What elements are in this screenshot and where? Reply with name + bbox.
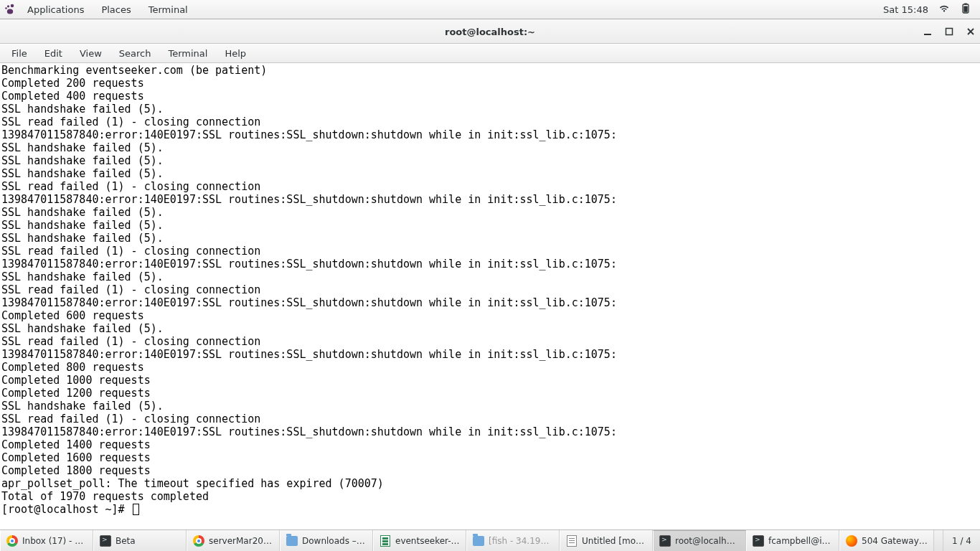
terminal-line: SSL read failed (1) - closing connection: [1, 180, 979, 193]
taskbar-item[interactable]: [fish - 34.19…: [466, 530, 560, 551]
terminal-line: SSL handshake failed (5).: [1, 219, 979, 232]
terminal-line: SSL handshake failed (5).: [1, 322, 979, 335]
svg-point-0: [11, 4, 14, 8]
svg-rect-6: [963, 6, 967, 11]
battery-icon[interactable]: [960, 3, 971, 17]
terminal-output[interactable]: Benchmarking eventseeker.com (be patient…: [0, 63, 980, 529]
taskbar-item-label: serverMar20…: [209, 536, 272, 546]
terminal-line: Total of 1970 requests completed: [1, 490, 979, 503]
terminal-menubar: File Edit View Search Terminal Help: [0, 44, 980, 63]
terminal-line: Completed 400 requests: [1, 90, 979, 103]
chrome-icon: [193, 535, 204, 547]
terminal-line: 139847011587840:error:140E0197:SSL routi…: [1, 193, 979, 206]
gnome-foot-icon: [4, 4, 16, 15]
terminal-icon: [753, 535, 764, 547]
menu-search[interactable]: Search: [110, 46, 160, 61]
folder-icon: [473, 535, 484, 547]
taskbar-item[interactable]: 504 Gateway…: [839, 530, 934, 551]
terminal-line: SSL handshake failed (5).: [1, 103, 979, 116]
firefox-icon: [846, 535, 857, 547]
text-editor-icon: [566, 535, 578, 547]
terminal-line: Completed 1600 requests: [1, 451, 979, 464]
wifi-icon[interactable]: [938, 3, 950, 17]
menu-edit[interactable]: Edit: [36, 46, 71, 61]
taskbar-item[interactable]: Inbox (17) - …: [0, 530, 93, 551]
taskbar-item[interactable]: Untitled [mo…: [560, 530, 653, 551]
panel-clock[interactable]: Sat 15:48: [883, 4, 928, 15]
folder-icon: [286, 535, 298, 547]
terminal-line: 139847011587840:error:140E0197:SSL routi…: [1, 425, 979, 438]
terminal-icon: [100, 535, 111, 547]
panel-places[interactable]: Places: [93, 2, 139, 17]
bottom-taskbar: Inbox (17) - …BetaserverMar20…Downloads …: [0, 529, 980, 551]
svg-point-1: [7, 5, 9, 7]
terminal-line: Completed 1800 requests: [1, 464, 979, 477]
taskbar-item-label: eventseeker-…: [395, 536, 460, 546]
svg-point-3: [7, 9, 13, 14]
terminal-line: SSL read failed (1) - closing connection: [1, 335, 979, 348]
window-titlebar[interactable]: root@localhost:~: [0, 19, 980, 44]
taskbar-item[interactable]: Beta: [93, 530, 187, 551]
terminal-line: Completed 800 requests: [1, 361, 979, 374]
terminal-icon: [659, 535, 671, 547]
cursor-icon: [133, 504, 139, 515]
terminal-line: Completed 200 requests: [1, 77, 979, 90]
taskbar-item[interactable]: fcampbell@i…: [746, 530, 839, 551]
terminal-line: apr_pollset_poll: The timeout specified …: [1, 477, 979, 490]
taskbar-item[interactable]: serverMar20…: [187, 530, 280, 551]
chrome-icon: [6, 535, 18, 547]
terminal-line: SSL handshake failed (5).: [1, 270, 979, 283]
panel-terminal[interactable]: Terminal: [140, 2, 197, 17]
terminal-line: SSL read failed (1) - closing connection: [1, 245, 979, 258]
panel-applications[interactable]: Applications: [19, 2, 93, 17]
svg-rect-8: [946, 29, 953, 35]
terminal-line: SSL handshake failed (5).: [1, 206, 979, 219]
spreadsheet-icon: [380, 535, 391, 547]
terminal-line: SSL handshake failed (5).: [1, 400, 979, 413]
taskbar-item-label: Beta: [116, 536, 136, 546]
prompt-text: [root@localhost ~]#: [1, 503, 131, 516]
taskbar-item-label: Untitled [mo…: [582, 536, 644, 546]
taskbar-item[interactable]: Downloads –…: [280, 530, 373, 551]
svg-rect-7: [924, 34, 931, 35]
window-close-button[interactable]: [966, 27, 976, 37]
window-maximize-button[interactable]: [944, 27, 954, 37]
taskbar-item-label: Downloads –…: [302, 536, 365, 546]
terminal-line: Completed 1200 requests: [1, 387, 979, 400]
terminal-line: Completed 1000 requests: [1, 374, 979, 387]
menu-help[interactable]: Help: [216, 46, 255, 61]
terminal-line: 139847011587840:error:140E0197:SSL routi…: [1, 258, 979, 270]
taskbar-item-label: [fish - 34.19…: [489, 536, 549, 546]
taskbar-item-label: 504 Gateway…: [862, 536, 928, 546]
menu-terminal[interactable]: Terminal: [159, 46, 216, 61]
terminal-line: 139847011587840:error:140E0197:SSL routi…: [1, 348, 979, 361]
menu-view[interactable]: View: [71, 46, 110, 61]
gnome-top-panel: Applications Places Terminal Sat 15:48: [0, 0, 980, 19]
terminal-line: SSL handshake failed (5).: [1, 167, 979, 180]
taskbar-item[interactable]: root@localh…: [653, 530, 746, 551]
taskbar-item-label: Inbox (17) - …: [22, 536, 83, 546]
terminal-line: SSL read failed (1) - closing connection: [1, 116, 979, 128]
menu-file[interactable]: File: [3, 46, 36, 61]
terminal-line: Completed 1400 requests: [1, 438, 979, 451]
terminal-line: SSL handshake failed (5).: [1, 154, 979, 167]
taskbar-item[interactable]: eventseeker-…: [373, 530, 466, 551]
taskbar-item-label: fcampbell@i…: [768, 536, 830, 546]
terminal-line: 139847011587840:error:140E0197:SSL routi…: [1, 128, 979, 141]
svg-rect-5: [964, 3, 967, 4]
svg-point-2: [5, 7, 7, 9]
window-title: root@localhost:~: [445, 27, 535, 37]
terminal-line: Completed 600 requests: [1, 309, 979, 322]
terminal-line: Benchmarking eventseeker.com (be patient…: [1, 64, 979, 77]
terminal-line: SSL read failed (1) - closing connection: [1, 283, 979, 296]
terminal-prompt[interactable]: [root@localhost ~]#: [1, 503, 979, 516]
window-minimize-button[interactable]: [923, 27, 933, 37]
terminal-line: SSL handshake failed (5).: [1, 141, 979, 154]
workspace-indicator[interactable]: 1 / 4: [943, 530, 980, 551]
terminal-line: SSL handshake failed (5).: [1, 232, 979, 245]
terminal-line: 139847011587840:error:140E0197:SSL routi…: [1, 296, 979, 309]
terminal-line: SSL read failed (1) - closing connection: [1, 413, 979, 425]
taskbar-item-label: root@localh…: [675, 536, 735, 546]
